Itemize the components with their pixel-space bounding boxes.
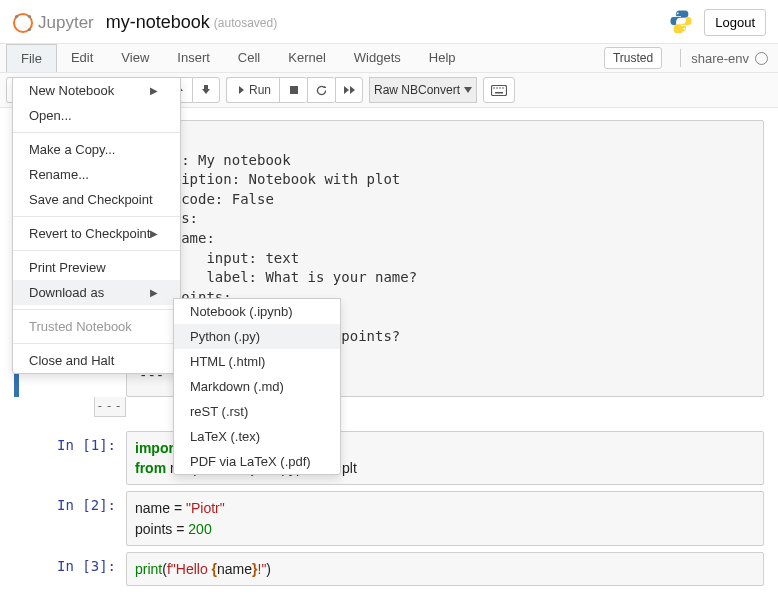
- file-menu-new-notebook[interactable]: New Notebook ▶: [13, 78, 180, 103]
- menu-label: Download as: [29, 285, 104, 300]
- notebook-name[interactable]: my-notebook: [106, 12, 210, 33]
- menu-kernel[interactable]: Kernel: [274, 44, 340, 72]
- notebook-header: Jupyter my-notebook (autosaved) Logout: [0, 0, 778, 43]
- code-content[interactable]: name = "Piotr" points = 200: [126, 491, 764, 546]
- input-prompt: In [2]:: [14, 491, 126, 513]
- file-menu-close-halt[interactable]: Close and Halt: [13, 348, 180, 373]
- caret-down-icon: [464, 87, 472, 93]
- chevron-right-icon: ▶: [150, 287, 158, 298]
- trusted-button[interactable]: Trusted: [604, 47, 662, 69]
- restart-button[interactable]: [307, 77, 335, 103]
- keyboard-icon: [491, 85, 507, 96]
- svg-point-14: [496, 87, 498, 89]
- download-html[interactable]: HTML (.html): [174, 349, 340, 374]
- python-icon: [668, 8, 694, 37]
- move-down-button[interactable]: [192, 77, 220, 103]
- svg-rect-12: [495, 92, 503, 94]
- command-palette-button[interactable]: [483, 77, 515, 103]
- separator: [680, 49, 681, 67]
- svg-point-1: [15, 14, 18, 17]
- separator: [13, 309, 180, 310]
- file-menu-print-preview[interactable]: Print Preview: [13, 255, 180, 280]
- menu-view[interactable]: View: [107, 44, 163, 72]
- svg-point-3: [28, 27, 31, 30]
- code-content[interactable]: print(f"Hello {name}!"): [126, 552, 764, 586]
- menu-help[interactable]: Help: [415, 44, 470, 72]
- svg-point-13: [493, 87, 495, 89]
- jupyter-icon: [12, 12, 34, 34]
- run-button[interactable]: Run: [226, 77, 279, 103]
- file-dropdown: New Notebook ▶ Open... Make a Copy... Re…: [12, 77, 181, 374]
- file-menu-download-as[interactable]: Download as ▶: [13, 280, 180, 305]
- download-markdown[interactable]: Markdown (.md): [174, 374, 340, 399]
- menu-edit[interactable]: Edit: [57, 44, 107, 72]
- download-pdf[interactable]: PDF via LaTeX (.pdf): [174, 449, 340, 474]
- input-prompt: In [1]:: [14, 431, 126, 453]
- arrow-down-icon: [200, 84, 212, 96]
- logout-button[interactable]: Logout: [704, 9, 766, 36]
- restart-icon: [315, 84, 328, 97]
- code-cell-1[interactable]: In [1]: import matplotlib from matplotli…: [14, 431, 764, 486]
- run-label: Run: [249, 83, 271, 97]
- file-menu-revert-checkpoint[interactable]: Revert to Checkpoint ▶: [13, 221, 180, 246]
- raw-cell-collapse-icon[interactable]: ---: [94, 397, 126, 417]
- separator: [13, 250, 180, 251]
- stop-icon: [289, 85, 299, 95]
- separator: [13, 343, 180, 344]
- kernel-name: share-env: [691, 51, 749, 66]
- svg-rect-11: [492, 85, 507, 95]
- svg-point-5: [684, 28, 686, 30]
- file-menu-save-checkpoint[interactable]: Save and Checkpoint: [13, 187, 180, 212]
- separator: [13, 132, 180, 133]
- brand-text: Jupyter: [38, 13, 94, 33]
- restart-run-button[interactable]: [335, 77, 363, 103]
- file-menu-make-copy[interactable]: Make a Copy...: [13, 137, 180, 162]
- menu-cell[interactable]: Cell: [224, 44, 274, 72]
- download-ipynb[interactable]: Notebook (.ipynb): [174, 299, 340, 324]
- svg-point-16: [502, 87, 504, 89]
- input-prompt: In [3]:: [14, 552, 126, 574]
- svg-point-4: [677, 12, 679, 14]
- menu-widgets[interactable]: Widgets: [340, 44, 415, 72]
- stop-button[interactable]: [279, 77, 307, 103]
- chevron-right-icon: ▶: [150, 85, 158, 96]
- download-latex[interactable]: LaTeX (.tex): [174, 424, 340, 449]
- menu-insert[interactable]: Insert: [163, 44, 224, 72]
- jupyter-logo[interactable]: Jupyter: [12, 12, 94, 34]
- chevron-right-icon: ▶: [150, 228, 158, 239]
- menu-label: New Notebook: [29, 83, 114, 98]
- svg-point-2: [28, 14, 31, 17]
- code-cell-3[interactable]: In [3]: print(f"Hello {name}!"): [14, 552, 764, 586]
- file-menu-rename[interactable]: Rename...: [13, 162, 180, 187]
- download-as-submenu: Notebook (.ipynb) Python (.py) HTML (.ht…: [173, 298, 341, 475]
- kernel-indicator-icon: [755, 52, 768, 65]
- run-icon: [235, 85, 245, 95]
- menu-file[interactable]: File: [6, 44, 57, 72]
- cell-type-value: Raw NBConvert: [374, 83, 460, 97]
- file-menu-trusted-notebook: Trusted Notebook: [13, 314, 180, 339]
- download-python[interactable]: Python (.py): [174, 324, 340, 349]
- cell-type-select[interactable]: Raw NBConvert: [369, 77, 477, 103]
- menubar: File Edit View Insert Cell Kernel Widget…: [0, 43, 778, 73]
- svg-rect-10: [290, 86, 298, 94]
- autosave-status: (autosaved): [214, 16, 277, 30]
- download-rst[interactable]: reST (.rst): [174, 399, 340, 424]
- svg-point-15: [499, 87, 501, 89]
- menu-label: Revert to Checkpoint: [29, 226, 150, 241]
- code-cell-2[interactable]: In [2]: name = "Piotr" points = 200: [14, 491, 764, 546]
- separator: [13, 216, 180, 217]
- file-menu-open[interactable]: Open...: [13, 103, 180, 128]
- fast-forward-icon: [343, 85, 356, 95]
